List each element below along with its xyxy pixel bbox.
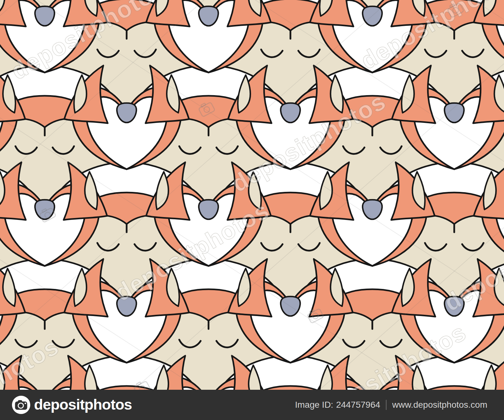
- fox-pattern-art: depositphotosdepositphotosdepositphotosd…: [0, 0, 504, 390]
- divider: [386, 400, 387, 410]
- site-url: www.depositphotos.com: [392, 400, 487, 410]
- image-id: Image ID: 244757964: [295, 400, 381, 410]
- camera-logo-icon: [11, 395, 31, 415]
- image-id-value: 244757964: [336, 400, 380, 410]
- brand-logo: depositphotos: [11, 395, 132, 415]
- image-meta: Image ID: 244757964 www.depositphotos.co…: [295, 400, 487, 410]
- stock-image-preview: depositphotosdepositphotosdepositphotosd…: [0, 0, 504, 420]
- footer-bar: depositphotos Image ID: 244757964 www.de…: [0, 390, 504, 420]
- image-id-label: Image ID:: [295, 400, 333, 410]
- brand-name: depositphotos: [34, 396, 132, 413]
